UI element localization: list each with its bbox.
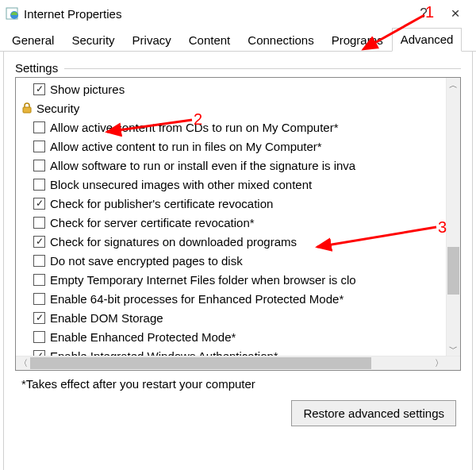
- setting-label: Do not save encrypted pages to disk: [50, 254, 243, 268]
- advanced-panel: Settings Show pictures Security: [3, 52, 473, 470]
- setting-item[interactable]: Allow active content from CDs to run on …: [17, 118, 446, 137]
- checkbox[interactable]: [33, 217, 45, 229]
- scroll-thumb[interactable]: [447, 247, 459, 295]
- internet-options-icon: [5, 6, 19, 21]
- tab-strip: General Security Privacy Content Connect…: [0, 27, 476, 52]
- setting-label: Check for publisher's certificate revoca…: [50, 197, 273, 210]
- scroll-corner: [446, 356, 460, 370]
- checkbox[interactable]: [33, 312, 45, 324]
- setting-item[interactable]: Allow active content to run in files on …: [17, 137, 446, 156]
- tab-advanced[interactable]: Advanced: [392, 28, 463, 52]
- settings-category-security: Security: [17, 98, 446, 118]
- settings-items: Show pictures Security Allow active cont…: [16, 78, 446, 356]
- scroll-right-icon[interactable]: 〉: [432, 356, 446, 370]
- checkbox[interactable]: [33, 274, 45, 286]
- scroll-left-icon[interactable]: 〈: [16, 356, 30, 370]
- restart-note: *Takes effect after you restart your com…: [21, 377, 461, 391]
- setting-item[interactable]: Check for server certificate revocation*: [17, 213, 446, 232]
- scroll-down-icon[interactable]: ﹀: [447, 341, 460, 356]
- scroll-thumb[interactable]: [30, 357, 371, 369]
- setting-item[interactable]: Block unsecured images with other mixed …: [17, 175, 446, 194]
- checkbox[interactable]: [33, 331, 45, 343]
- setting-label: Check for server certificate revocation*: [50, 216, 255, 229]
- scroll-up-icon[interactable]: ︿: [447, 78, 460, 92]
- vertical-scrollbar[interactable]: ︿ ﹀: [446, 78, 460, 356]
- setting-item[interactable]: Enable 64-bit processes for Enhanced Pro…: [17, 289, 446, 308]
- category-label: Security: [36, 102, 79, 115]
- setting-label: Allow active content to run in files on …: [50, 140, 322, 153]
- tab-programs[interactable]: Programs: [323, 29, 392, 52]
- tab-general[interactable]: General: [3, 29, 63, 52]
- checkbox[interactable]: [33, 198, 45, 210]
- setting-label: Allow active content from CDs to run on …: [50, 121, 338, 134]
- settings-listbox: Show pictures Security Allow active cont…: [15, 77, 461, 371]
- setting-label: Block unsecured images with other mixed …: [50, 178, 312, 191]
- checkbox[interactable]: [33, 121, 45, 133]
- setting-item[interactable]: Enable Enhanced Protected Mode*: [17, 327, 446, 346]
- setting-label: Check for signatures on downloaded progr…: [50, 235, 297, 248]
- window-title: Internet Properties: [24, 7, 121, 21]
- setting-label: Enable Enhanced Protected Mode*: [50, 330, 236, 344]
- scroll-track[interactable]: [447, 92, 460, 341]
- setting-label: Enable Integrated Windows Authentication…: [50, 349, 278, 356]
- checkbox[interactable]: [33, 293, 45, 305]
- checkbox[interactable]: [33, 255, 45, 267]
- setting-item[interactable]: Empty Temporary Internet Files folder wh…: [17, 270, 446, 289]
- setting-label: Show pictures: [50, 83, 125, 96]
- setting-item[interactable]: Enable Integrated Windows Authentication…: [17, 346, 446, 356]
- checkbox[interactable]: [33, 141, 45, 152]
- tab-connections[interactable]: Connections: [239, 29, 322, 52]
- setting-label: Enable 64-bit processes for Enhanced Pro…: [50, 292, 344, 306]
- checkbox[interactable]: [33, 350, 45, 356]
- close-button[interactable]: ×: [440, 2, 471, 25]
- horizontal-scrollbar[interactable]: 〈 〉: [16, 356, 460, 370]
- help-button[interactable]: ?: [408, 2, 440, 25]
- svg-rect-2: [23, 107, 31, 113]
- setting-label: Enable DOM Storage: [50, 311, 163, 325]
- setting-item[interactable]: Do not save encrypted pages to disk: [17, 251, 446, 270]
- setting-label: Allow software to run or install even if…: [50, 159, 355, 172]
- setting-label: Empty Temporary Internet Files folder wh…: [50, 273, 356, 287]
- setting-item[interactable]: Check for signatures on downloaded progr…: [17, 232, 446, 251]
- checkbox[interactable]: [33, 179, 45, 191]
- checkbox[interactable]: [33, 236, 45, 248]
- checkbox[interactable]: [33, 83, 45, 95]
- setting-item[interactable]: Check for publisher's certificate revoca…: [17, 194, 446, 213]
- lock-icon: [21, 102, 33, 114]
- restore-advanced-settings-button[interactable]: Restore advanced settings: [291, 400, 456, 426]
- tab-privacy[interactable]: Privacy: [124, 29, 180, 52]
- titlebar: Internet Properties ? ×: [0, 0, 476, 27]
- tab-security[interactable]: Security: [63, 29, 123, 52]
- scroll-track[interactable]: [30, 356, 432, 370]
- setting-item[interactable]: Enable DOM Storage: [17, 308, 446, 327]
- divider: [64, 68, 461, 69]
- checkbox[interactable]: [33, 160, 45, 171]
- setting-show-pictures[interactable]: Show pictures: [17, 79, 446, 98]
- tab-content[interactable]: Content: [180, 29, 240, 52]
- setting-item[interactable]: Allow software to run or install even if…: [17, 156, 446, 175]
